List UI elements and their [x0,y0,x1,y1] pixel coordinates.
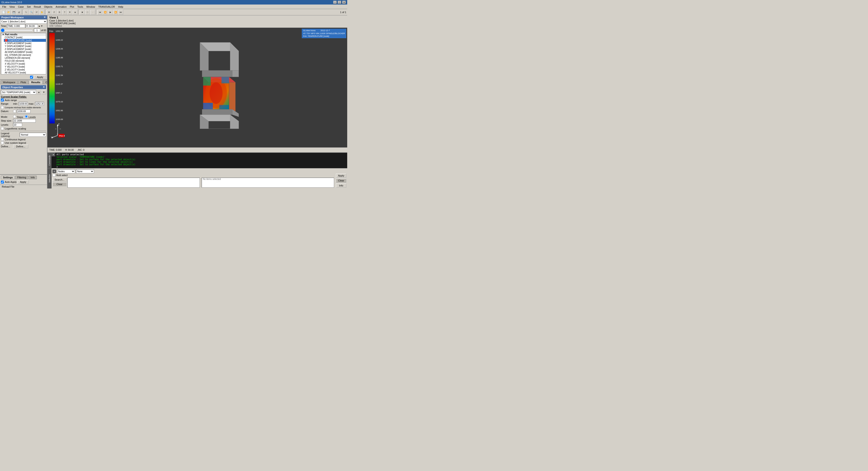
maximize-btn[interactable]: □ [338,1,341,4]
tb-top[interactable]: T [62,10,67,15]
tab-filtering[interactable]: Filtering [15,176,28,179]
tab-settings[interactable]: Settings [1,176,15,179]
auto-apply-checkbox[interactable] [1,181,4,184]
menu-case[interactable]: Case [17,5,25,8]
tree-x-vel[interactable]: X VELOCITY [node] [4,62,46,65]
tb-solid[interactable]: ■ [80,10,85,15]
tb-prev[interactable]: ⏪ [103,10,107,15]
frame-input[interactable] [34,29,40,32]
datum-checkbox[interactable] [13,110,16,113]
sel-close[interactable]: ✕ [53,169,56,173]
mode-levels-radio[interactable] [25,115,28,118]
tab-workspace[interactable]: Workspace [0,80,18,84]
range-max-input[interactable] [35,102,44,105]
menu-file[interactable]: File [1,5,8,8]
multi-select-checkbox[interactable] [53,174,55,177]
tb-play[interactable]: ▶ [108,10,113,15]
tree-y-disp[interactable]: Y DISPLACEMENT [node] [4,45,46,48]
menu-window[interactable]: Window [85,5,96,8]
menu-view[interactable]: View [8,5,16,8]
tree-x-disp[interactable]: X DISPLACEMENT [node] [4,42,46,45]
tree-fold[interactable]: FOLD [3D element] [4,59,46,62]
mode-steps-label[interactable]: Steps [13,115,23,119]
project-workspace-close[interactable]: ✕ [43,16,46,19]
tree-all-disp[interactable]: All DISPLACEMENT [node] [4,51,46,54]
menu-tools[interactable]: Tools [76,5,85,8]
obj-prop-close[interactable]: ✕ [43,86,45,89]
tb-pts[interactable]: · [90,10,95,15]
sel-info-btn[interactable]: Info [336,184,346,188]
tree-z-vel[interactable]: Z VELOCITY [node] [4,68,46,71]
menu-set[interactable]: Set [26,5,32,8]
tb-open[interactable]: 📂 [6,10,11,15]
tab-results[interactable]: Results [29,80,43,84]
tb-front[interactable]: F [52,10,57,15]
continuous-legend-checkbox[interactable] [1,138,4,141]
clear-btn[interactable]: Clear [53,182,66,186]
sel-clear-bottom-btn[interactable]: Clear [336,179,346,183]
step-size-input[interactable] [13,119,36,123]
tb-rewind[interactable]: ⏮ [97,10,102,15]
nodes-select[interactable]: Nodes [57,169,75,174]
frame-slider[interactable] [1,29,33,32]
menu-plot[interactable]: Plot [68,5,75,8]
tree-latandcn[interactable]: LATANDCN [3D element] [4,57,46,59]
bottom-apply-button[interactable]: Apply [18,180,29,184]
mode-levels-label[interactable]: Levels [25,115,36,119]
command-area-close[interactable]: ✕ [52,153,55,156]
legend-coloring-select[interactable]: Normal [20,133,46,137]
tb-bottom[interactable]: ▼ [67,10,72,15]
scalar-select[interactable]: Scl: TEMPERATURE [node] [1,90,36,94]
case-select[interactable]: Case 1 [blocker1.don] [0,19,47,24]
tree-z-disp[interactable]: Z DISPLACEMENT [node] [4,48,46,51]
levels-input[interactable] [13,123,22,127]
search-btn[interactable]: Search... [53,178,66,182]
minimize-btn[interactable]: ─ [333,1,337,4]
tree-all-vel[interactable]: All VELOCITY [node] [4,71,46,74]
use-custom-legend-checkbox[interactable] [1,141,4,144]
tb-pan[interactable]: ✋ [39,10,44,15]
mode-steps-radio[interactable] [13,115,16,118]
tab-info[interactable]: Info [29,176,37,179]
tb-iso[interactable]: ◈ [72,10,78,15]
apply-button[interactable]: Apply [34,75,46,79]
tb-rotate[interactable]: ↺ [34,10,39,15]
scalar-up[interactable]: ▲ [37,90,41,94]
tb-select[interactable]: ↖ [24,10,29,15]
tb-new[interactable]: 📄 [1,10,6,15]
tb-back[interactable]: B [57,10,62,15]
tb-next[interactable]: ⏩ [113,10,118,15]
tree-eq-strain[interactable]: EQ_STRAIN [3D element] [4,54,46,57]
tree-temperature[interactable]: 🟥 TEMPERATURE [node] [4,39,46,42]
tree-contact[interactable]: CONTACT [node] [4,36,46,39]
tree-y-vel[interactable]: Y VELOCITY [node] [4,65,46,68]
apply-checkbox[interactable] [30,76,33,78]
time-up[interactable]: ▲ [38,25,40,27]
tb-fit[interactable]: ⊞ [46,10,52,15]
window-controls[interactable]: ─ □ ✕ [333,1,346,4]
tb-wire[interactable]: □ [85,10,90,15]
tb-zoom[interactable]: 🔍 [29,10,34,15]
tab-objects[interactable]: Objects [43,80,48,84]
compute-checkbox[interactable] [1,106,4,109]
menu-transvalor[interactable]: TRANSVALOR [97,5,116,8]
time-input[interactable] [7,24,25,28]
viewport[interactable]: Frin [48,28,347,152]
menu-help[interactable]: Help [117,5,125,8]
tb-end[interactable]: ⏭ [118,10,123,15]
none-select[interactable]: None [76,169,94,174]
tb-save[interactable]: 💾 [11,10,16,15]
menu-objects[interactable]: Objects [43,5,54,8]
scalar-down[interactable]: ▼ [41,90,46,94]
range-min-input[interactable] [19,102,28,105]
close-btn[interactable]: ✕ [342,1,346,4]
time-down[interactable]: ▼ [41,25,43,27]
tab-plots[interactable]: Plots [18,80,29,84]
datum-input[interactable] [17,109,31,113]
auto-range-checkbox[interactable] [1,98,4,101]
menu-result[interactable]: Result [33,5,42,8]
define-button[interactable]: Define... [13,145,28,148]
menu-animation[interactable]: Animation [54,5,68,8]
sel-apply-btn[interactable]: Apply [336,174,346,178]
section-expand[interactable]: ▼ [2,33,4,36]
